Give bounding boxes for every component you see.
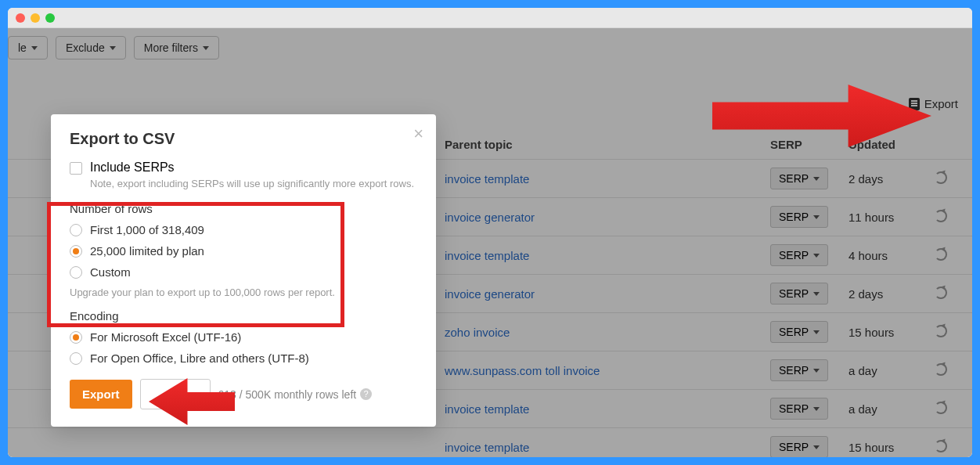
app-window: le Exclude More filters Export — [8, 8, 972, 457]
rows-opt-custom[interactable]: Custom — [70, 265, 417, 279]
encoding-opt-utf8-label: For Open Office, Libre and others (UTF-8… — [90, 351, 309, 365]
minimize-window-icon[interactable] — [31, 13, 40, 23]
export-modal: × Export to CSV Include SERPs Note, expo… — [51, 114, 436, 427]
filter-more-label: More filters — [144, 41, 198, 54]
rows-section-title: Number of rows — [70, 202, 417, 215]
encoding-section: Encoding For Microsoft Excel (UTF-16) Fo… — [70, 309, 417, 365]
rows-left: 613 / 500K monthly rows left ? — [218, 388, 373, 401]
updated-value: 11 hours — [848, 211, 935, 224]
serp-button[interactable]: SERP — [770, 244, 828, 266]
filter-exclude-label: Exclude — [66, 41, 105, 54]
refresh-icon[interactable] — [935, 171, 947, 184]
radio-icon — [70, 266, 82, 279]
upgrade-note: Upgrade your plan to export up to 100,00… — [70, 287, 417, 298]
updated-value: a day — [848, 402, 935, 416]
serp-button[interactable]: SERP — [770, 283, 828, 305]
serp-button[interactable]: SERP — [770, 168, 828, 189]
rows-opt-limited[interactable]: 25,000 limited by plan — [70, 244, 417, 258]
filter-partial-label: le — [18, 41, 27, 54]
annotation-arrow-icon — [712, 85, 931, 147]
parent-topic-link[interactable]: invoice generator — [445, 211, 770, 224]
close-window-icon[interactable] — [16, 13, 25, 23]
serp-button[interactable]: SERP — [770, 436, 828, 457]
refresh-icon[interactable] — [935, 440, 947, 452]
updated-value: 4 hours — [848, 249, 935, 262]
rows-left-text: 613 / 500K monthly rows left — [218, 388, 357, 401]
filter-more-button[interactable]: More filters — [134, 36, 219, 59]
filter-partial-button[interactable]: le — [8, 36, 48, 59]
refresh-icon[interactable] — [935, 287, 947, 299]
refresh-icon[interactable] — [935, 210, 947, 222]
serp-button[interactable]: SERP — [770, 206, 828, 228]
chevron-down-icon — [813, 215, 820, 219]
serp-button[interactable]: SERP — [770, 359, 828, 381]
rows-opt-custom-label: Custom — [90, 265, 131, 279]
include-serps-label: Include SERPs — [90, 160, 175, 175]
help-icon[interactable]: ? — [360, 388, 372, 400]
parent-topic-link[interactable]: invoice template — [445, 402, 770, 416]
updated-value: 2 days — [848, 172, 935, 186]
parent-topic-link[interactable]: invoice generator — [445, 287, 770, 301]
rows-opt-first[interactable]: First 1,000 of 318,409 — [70, 223, 417, 236]
app-content: le Exclude More filters Export — [8, 28, 972, 457]
updated-value: 2 days — [848, 287, 935, 301]
parent-topic-link[interactable]: www.sunpass.com toll invoice — [445, 364, 770, 377]
updated-value: a day — [848, 364, 935, 377]
rows-opt-first-label: First 1,000 of 318,409 — [90, 223, 204, 236]
close-icon[interactable]: × — [413, 125, 423, 142]
chevron-down-icon — [813, 292, 820, 296]
updated-value: 15 hours — [848, 326, 935, 339]
window-titlebar — [8, 8, 972, 28]
updated-value: 15 hours — [848, 441, 935, 454]
parent-topic-link[interactable]: invoice template — [445, 172, 770, 186]
chevron-down-icon — [813, 330, 820, 334]
include-serps-checkbox[interactable]: Include SERPs — [70, 160, 417, 175]
serp-button[interactable]: SERP — [770, 321, 828, 343]
chevron-down-icon — [31, 46, 38, 50]
refresh-icon[interactable] — [935, 248, 947, 261]
chevron-down-icon — [813, 407, 820, 411]
encoding-opt-utf16[interactable]: For Microsoft Excel (UTF-16) — [70, 330, 417, 344]
annotation-arrow-icon — [149, 378, 235, 425]
parent-topic-link[interactable]: zoho invoice — [445, 326, 770, 339]
radio-icon — [70, 245, 82, 258]
radio-icon — [70, 352, 82, 365]
chevron-down-icon — [813, 177, 820, 181]
chevron-down-icon — [203, 46, 209, 50]
parent-topic-link[interactable]: invoice template — [445, 441, 770, 454]
checkbox-icon — [70, 162, 82, 175]
export-button[interactable]: Export — [70, 380, 132, 409]
modal-footer: Export 613 / 500K monthly rows left ? — [70, 379, 417, 409]
serp-button[interactable]: SERP — [770, 398, 828, 420]
chevron-down-icon — [110, 46, 116, 50]
include-serps-note: Note, export including SERPs will use up… — [90, 178, 417, 189]
encoding-opt-utf16-label: For Microsoft Excel (UTF-16) — [90, 330, 241, 344]
refresh-icon[interactable] — [935, 402, 947, 414]
modal-title: Export to CSV — [70, 130, 417, 148]
refresh-icon[interactable] — [935, 325, 947, 337]
chevron-down-icon — [813, 445, 820, 449]
refresh-icon[interactable] — [935, 363, 947, 376]
filters-bar: le Exclude More filters — [8, 28, 972, 66]
maximize-window-icon[interactable] — [45, 13, 55, 23]
filter-exclude-button[interactable]: Exclude — [56, 36, 126, 59]
rows-section: Number of rows First 1,000 of 318,409 25… — [70, 202, 417, 298]
table-row: invoice template SERP 15 hours — [8, 428, 972, 457]
rows-opt-limited-label: 25,000 limited by plan — [90, 244, 204, 258]
chevron-down-icon — [813, 254, 820, 258]
encoding-section-title: Encoding — [70, 309, 417, 323]
chevron-down-icon — [813, 369, 820, 373]
encoding-opt-utf8[interactable]: For Open Office, Libre and others (UTF-8… — [70, 351, 417, 365]
parent-topic-link[interactable]: invoice template — [445, 249, 770, 262]
radio-icon — [70, 224, 82, 236]
radio-icon — [70, 331, 82, 344]
